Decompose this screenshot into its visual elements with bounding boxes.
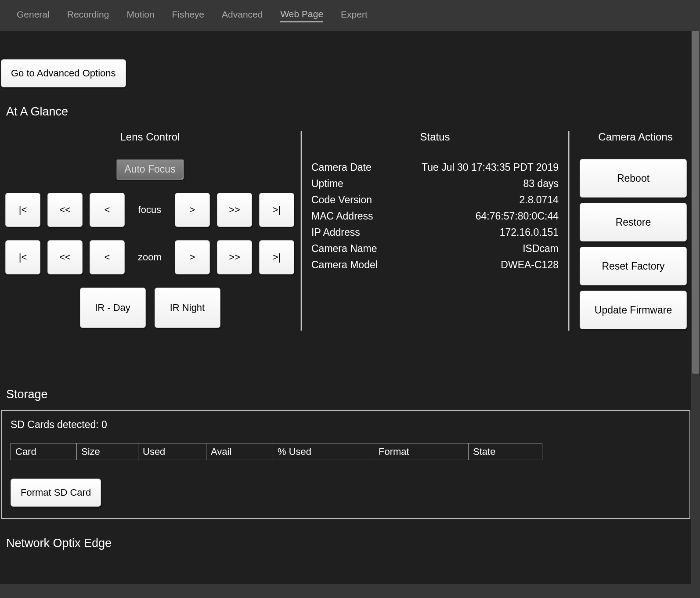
storage-panel: SD Cards detected: 0 Card Size Used Avai… xyxy=(1,410,690,519)
zoom-prev-button[interactable]: < xyxy=(90,240,125,274)
zoom-row: |< << < zoom > >> >| xyxy=(0,240,300,274)
col-format: Format xyxy=(374,443,469,460)
col-used: Used xyxy=(138,443,206,460)
restore-button[interactable]: Restore xyxy=(580,203,687,241)
reboot-button[interactable]: Reboot xyxy=(580,159,687,198)
col-pct-used: % Used xyxy=(273,443,374,460)
status-key: Camera Date xyxy=(310,160,392,175)
bottom-strip xyxy=(0,584,700,598)
focus-label: focus xyxy=(132,204,168,216)
table-row: IP Address172.16.0.151 xyxy=(310,225,559,240)
auto-focus-button[interactable]: Auto Focus xyxy=(116,159,183,180)
focus-rewind-button[interactable]: << xyxy=(47,193,83,227)
focus-forward-button[interactable]: >> xyxy=(217,193,252,227)
ir-row: IR - Day IR Night xyxy=(0,288,300,328)
tab-recording[interactable]: Recording xyxy=(67,9,109,22)
lens-control-col: Lens Control Auto Focus |< << < focus > … xyxy=(0,131,300,331)
col-avail: Avail xyxy=(206,443,273,460)
actions-title: Camera Actions xyxy=(580,131,691,143)
tab-advanced[interactable]: Advanced xyxy=(222,9,263,22)
focus-last-button[interactable]: >| xyxy=(259,193,294,227)
ir-night-button[interactable]: IR Night xyxy=(155,288,220,328)
status-value: ISDcam xyxy=(393,241,559,256)
format-sd-card-button[interactable]: Format SD Card xyxy=(11,479,101,507)
focus-first-button[interactable]: |< xyxy=(5,193,40,227)
zoom-rewind-button[interactable]: << xyxy=(47,240,83,274)
table-row: Code Version2.8.0714 xyxy=(310,192,559,208)
table-header-row: Card Size Used Avail % Used Format State xyxy=(11,443,542,460)
status-value: 2.8.0714 xyxy=(393,192,559,208)
status-key: MAC Address xyxy=(310,209,392,224)
status-table: Camera DateTue Jul 30 17:43:35 PDT 2019 … xyxy=(310,159,560,274)
status-value: DWEA-C128 xyxy=(393,257,559,273)
tab-web-page[interactable]: Web Page xyxy=(280,9,323,22)
table-row: MAC Address64:76:57:80:0C:44 xyxy=(310,209,559,224)
sd-detected-text: SD Cards detected: 0 xyxy=(11,419,681,431)
tab-general[interactable]: General xyxy=(17,9,50,22)
table-row: Camera DateTue Jul 30 17:43:35 PDT 2019 xyxy=(310,160,559,175)
zoom-next-button[interactable]: > xyxy=(175,240,210,274)
tab-motion[interactable]: Motion xyxy=(126,9,154,22)
sd-table: Card Size Used Avail % Used Format State xyxy=(11,443,542,460)
zoom-first-button[interactable]: |< xyxy=(5,240,40,274)
reset-factory-button[interactable]: Reset Factory xyxy=(580,247,687,285)
status-col: Status Camera DateTue Jul 30 17:43:35 PD… xyxy=(300,131,570,331)
status-value: 64:76:57:80:0C:44 xyxy=(393,209,559,224)
network-optix-edge-heading: Network Optix Edge xyxy=(6,537,691,550)
focus-row: |< << < focus > >> >| xyxy=(0,193,300,227)
tab-bar: General Recording Motion Fisheye Advance… xyxy=(0,0,700,31)
col-state: State xyxy=(469,443,542,460)
scrollbar-thumb[interactable] xyxy=(692,31,699,374)
lens-control-title: Lens Control xyxy=(0,131,300,143)
status-value: 172.16.0.151 xyxy=(393,225,559,240)
tab-expert[interactable]: Expert xyxy=(341,9,368,22)
focus-next-button[interactable]: > xyxy=(175,193,210,227)
go-to-advanced-button[interactable]: Go to Advanced Options xyxy=(1,59,126,87)
table-row: Camera NameISDcam xyxy=(310,241,559,256)
table-row: Camera ModelDWEA-C128 xyxy=(310,257,559,273)
storage-heading: Storage xyxy=(6,388,691,401)
status-title: Status xyxy=(310,131,560,143)
tab-fisheye[interactable]: Fisheye xyxy=(172,9,204,22)
sd-detected-count: 0 xyxy=(101,419,107,430)
status-value: Tue Jul 30 17:43:35 PDT 2019 xyxy=(393,160,559,175)
zoom-last-button[interactable]: >| xyxy=(259,240,294,274)
status-key: Uptime xyxy=(310,176,392,191)
status-key: Camera Name xyxy=(310,241,392,256)
table-row: Uptime83 days xyxy=(310,176,559,191)
status-value: 83 days xyxy=(393,176,559,191)
update-firmware-button[interactable]: Update Firmware xyxy=(580,291,687,329)
ir-day-button[interactable]: IR - Day xyxy=(80,288,146,328)
at-a-glance-heading: At A Glance xyxy=(6,105,691,119)
col-card: Card xyxy=(11,443,77,460)
col-size: Size xyxy=(77,443,138,460)
status-key: Camera Model xyxy=(310,257,392,273)
status-key: Code Version xyxy=(310,192,392,208)
vertical-scrollbar[interactable] xyxy=(691,31,700,584)
focus-prev-button[interactable]: < xyxy=(90,193,125,227)
zoom-forward-button[interactable]: >> xyxy=(217,240,252,274)
actions-col: Camera Actions Reboot Restore Reset Fact… xyxy=(570,131,691,331)
zoom-label: zoom xyxy=(132,252,168,263)
status-key: IP Address xyxy=(310,225,392,240)
sd-detected-label: SD Cards detected: xyxy=(11,419,101,430)
glance-columns: Lens Control Auto Focus |< << < focus > … xyxy=(0,131,691,331)
